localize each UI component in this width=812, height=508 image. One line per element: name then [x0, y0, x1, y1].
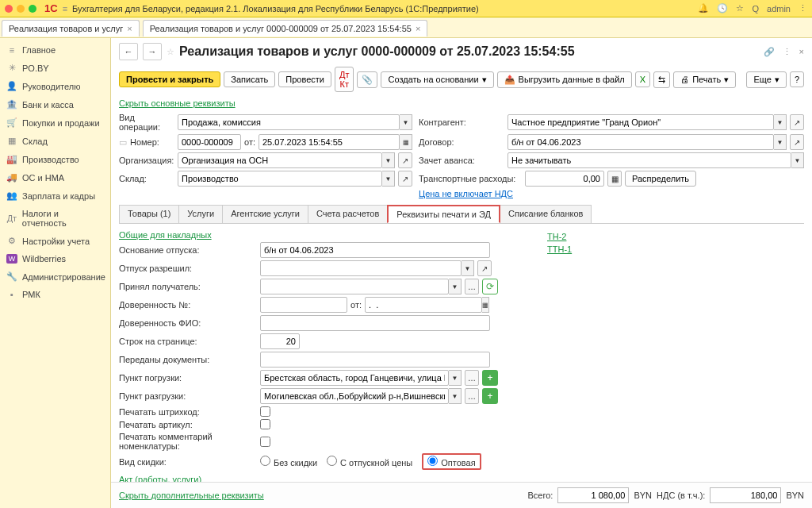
common-link[interactable]: Общие для накладных [119, 230, 212, 240]
tab-blanks[interactable]: Списание бланков [500, 205, 592, 223]
tab-list[interactable]: Реализация товаров и услуг× [2, 20, 140, 37]
radio-opt[interactable]: Оптовая [427, 456, 475, 468]
release-input[interactable] [260, 260, 462, 276]
chevron-down-icon[interactable]: ▼ [382, 152, 395, 168]
chevron-down-icon[interactable]: ▼ [449, 279, 462, 294]
sidebar-item[interactable]: WWildberries [0, 250, 110, 267]
basis-input[interactable] [260, 242, 490, 258]
add-button[interactable]: + [482, 370, 498, 386]
calendar-icon[interactable]: ▦ [400, 134, 412, 150]
close-icon[interactable]: × [127, 24, 132, 33]
menu-icon[interactable]: ⋮ [799, 3, 807, 13]
open-button[interactable]: ↗ [477, 260, 492, 276]
more-button[interactable]: … [465, 279, 479, 294]
comment-checkbox[interactable] [260, 437, 270, 447]
attach-button[interactable]: 📎 [357, 71, 377, 88]
ttn1-link[interactable]: ТТН-1 [547, 244, 572, 254]
docs-input[interactable] [260, 352, 490, 368]
star-icon[interactable]: ☆ [167, 47, 174, 57]
export-button[interactable]: 📤 Выгрузить данные в файл [497, 71, 632, 88]
load-pt-input[interactable] [260, 370, 449, 386]
radio-none[interactable]: Без скидки [260, 456, 317, 468]
chevron-down-icon[interactable]: ▼ [462, 260, 474, 276]
more-button[interactable]: … [465, 370, 479, 386]
unload-pt-input[interactable] [260, 388, 449, 404]
close-icon[interactable]: × [416, 24, 420, 33]
history-icon[interactable]: 🕓 [717, 3, 728, 13]
chevron-down-icon[interactable]: ▼ [382, 171, 395, 187]
sidebar-item[interactable]: ≡Главное [0, 41, 110, 59]
tab-agent[interactable]: Агентские услуги [222, 205, 308, 223]
lines-input[interactable] [260, 333, 300, 349]
refresh-button[interactable]: ⟳ [482, 279, 498, 294]
more-button[interactable]: Еще ▾ [746, 71, 786, 88]
excel-button[interactable]: X [635, 71, 650, 87]
post-and-close-button[interactable]: Провести и закрыть [119, 71, 220, 87]
open-button[interactable]: ↗ [790, 114, 804, 130]
sidebar-item[interactable]: ▪РМК [0, 286, 110, 303]
open-button[interactable]: ↗ [398, 171, 412, 187]
hide-extra-link[interactable]: Скрыть дополнительные реквизиты [119, 491, 264, 500]
contract-input[interactable] [508, 134, 774, 150]
tab-goods[interactable]: Товары (1) [119, 205, 179, 223]
chevron-down-icon[interactable]: ▼ [449, 370, 462, 386]
vat-link[interactable]: Цена не включает НДС [419, 189, 513, 198]
sidebar-item[interactable]: ДтНалоги и отчетность [0, 205, 110, 232]
open-button[interactable]: ↗ [790, 134, 804, 150]
sidebar-item[interactable]: ✳PO.BY [0, 59, 110, 77]
write-button[interactable]: Записать [224, 71, 275, 87]
pow-num-input[interactable] [260, 297, 347, 313]
act-link[interactable]: Акт (работы, услуги) [119, 475, 201, 482]
max-window[interactable] [29, 5, 36, 13]
more-button[interactable]: … [465, 388, 479, 404]
sidebar-item[interactable]: 👤Руководителю [0, 77, 110, 95]
pow-date-input[interactable] [365, 297, 482, 313]
transport-input[interactable] [525, 171, 604, 187]
more-icon[interactable]: ⋮ [783, 47, 791, 57]
org-input[interactable] [178, 152, 382, 168]
calendar-icon[interactable]: ▦ [482, 297, 489, 313]
warehouse-input[interactable] [178, 171, 382, 187]
min-window[interactable] [17, 5, 25, 13]
op-type-select[interactable] [178, 114, 400, 130]
add-button[interactable]: + [482, 388, 498, 404]
distribute-button[interactable]: Распределить [625, 171, 696, 187]
bell-icon[interactable]: 🔔 [698, 3, 709, 13]
sidebar-item[interactable]: 👥Зарплата и кадры [0, 187, 110, 205]
help-button[interactable]: ? [790, 71, 804, 87]
sidebar-item[interactable]: ⚙Настройки учета [0, 232, 110, 250]
tab-doc[interactable]: Реализация товаров и услуг 0000-000009 о… [143, 20, 428, 37]
sidebar-item[interactable]: 🚚ОС и НМА [0, 168, 110, 187]
chevron-down-icon[interactable]: ▼ [449, 388, 462, 404]
advance-input[interactable] [508, 152, 791, 168]
pow-fio-input[interactable] [260, 315, 490, 331]
link-icon[interactable]: 🔗 [764, 47, 775, 57]
received-input[interactable] [260, 279, 449, 294]
tab-accounts[interactable]: Счета расчетов [308, 205, 388, 223]
date-input[interactable] [259, 134, 400, 150]
tn2-link[interactable]: ТН-2 [547, 232, 566, 241]
sidebar-item[interactable]: ▦Склад [0, 132, 110, 150]
print-button[interactable]: 🖨 Печать ▾ [673, 71, 736, 88]
sidebar-item[interactable]: 🏦Банк и касса [0, 95, 110, 114]
sidebar-item[interactable]: 🛒Покупки и продажи [0, 114, 110, 132]
chevron-down-icon[interactable]: ▼ [774, 114, 787, 130]
tab-print-req[interactable]: Реквизиты печати и ЭД [387, 205, 500, 223]
tab-services[interactable]: Услуги [178, 205, 223, 223]
dt-kt-button[interactable]: ДтКт [335, 67, 354, 92]
close-icon[interactable]: × [799, 47, 804, 57]
sidebar-item[interactable]: 🏭Производство [0, 150, 110, 168]
post-button[interactable]: Провести [278, 71, 331, 87]
article-checkbox[interactable] [260, 419, 270, 429]
counterparty-input[interactable] [508, 114, 774, 130]
close-window[interactable] [5, 5, 13, 13]
forward-button[interactable]: → [143, 43, 162, 60]
chevron-down-icon[interactable]: ▼ [774, 134, 787, 150]
back-button[interactable]: ← [119, 43, 138, 60]
search-icon[interactable]: Q [752, 4, 759, 13]
chevron-down-icon[interactable]: ▼ [791, 152, 804, 168]
create-based-button[interactable]: Создать на основании ▾ [381, 71, 493, 88]
number-input[interactable] [178, 134, 241, 150]
radio-release[interactable]: С отпускной цены [327, 456, 412, 468]
hide-main-link[interactable]: Скрыть основные реквизиты [119, 98, 236, 108]
